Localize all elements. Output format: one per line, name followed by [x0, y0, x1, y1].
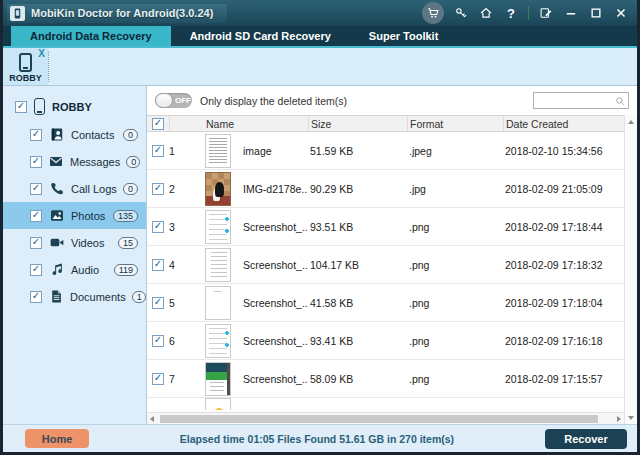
row-checkbox[interactable]: ✓ — [152, 221, 164, 233]
file-size: 58.09 KB — [308, 373, 407, 385]
tab-super-toolkit[interactable]: Super Toolkit — [350, 26, 457, 46]
select-all-checkbox[interactable]: ✓ — [152, 118, 164, 130]
file-date-created: 2018-02-10 15:34:56 — [503, 145, 624, 157]
sidebar-item-call-logs[interactable]: ✓Call Logs0 — [3, 175, 146, 202]
toggle-knob[interactable] — [155, 93, 173, 108]
file-thumbnail — [205, 134, 231, 168]
horizontal-scrollbar[interactable] — [147, 412, 624, 424]
file-date-created: 2018-02-09 17:18:44 — [503, 221, 624, 233]
table-row[interactable]: ✓1image51.59 KB.jpeg2018-02-10 15:34:56 — [147, 132, 624, 170]
column-header-date[interactable]: Date Created — [503, 116, 624, 131]
table-row[interactable]: ✓6Screenshot_...93.41 KB.png2018-02-09 1… — [147, 322, 624, 360]
audio-icon — [48, 262, 65, 277]
sidebar-item-documents[interactable]: ✓Documents1 — [3, 283, 146, 310]
scroll-right-icon[interactable] — [617, 416, 621, 422]
scroll-down-button[interactable] — [625, 411, 637, 424]
count-badge: 119 — [114, 264, 138, 276]
category-checkbox[interactable]: ✓ — [30, 264, 42, 276]
sidebar-item-contacts[interactable]: ✓Contacts0 — [3, 121, 146, 148]
messages-icon — [48, 154, 64, 169]
scroll-left-icon[interactable] — [150, 416, 154, 422]
count-badge: 0 — [123, 129, 138, 141]
row-number: 2 — [169, 183, 193, 195]
device-name: ROBBY — [9, 73, 42, 83]
count-badge: 135 — [113, 210, 138, 222]
sidebar-item-messages[interactable]: ✓Messages0 — [3, 148, 146, 175]
tab-bar: Android Data Recovery Android SD Card Re… — [3, 26, 637, 48]
column-header-name[interactable]: Name — [169, 116, 308, 131]
vertical-scrollbar[interactable] — [624, 115, 637, 424]
table-row-partial[interactable] — [147, 398, 624, 410]
tab-android-sd-card-recovery[interactable]: Android SD Card Recovery — [171, 26, 350, 46]
feedback-icon[interactable] — [538, 5, 554, 21]
help-icon[interactable]: ? — [503, 5, 519, 21]
filter-toolbar: OFF Only display the deleted item(s) — [147, 86, 637, 115]
file-size: 51.59 KB — [308, 145, 407, 157]
column-header-format[interactable]: Format — [407, 116, 503, 131]
key-icon[interactable] — [453, 5, 469, 21]
scroll-up-icon — [628, 120, 634, 124]
search-box[interactable] — [533, 92, 629, 109]
row-checkbox[interactable]: ✓ — [152, 335, 164, 347]
category-checkbox[interactable]: ✓ — [30, 156, 42, 168]
count-badge: 0 — [123, 183, 138, 195]
file-name: Screenshot_... — [243, 335, 308, 347]
search-input[interactable] — [536, 95, 614, 106]
tab-android-data-recovery[interactable]: Android Data Recovery — [11, 26, 171, 46]
device-checkbox[interactable]: ✓ — [15, 101, 27, 113]
row-checkbox[interactable]: ✓ — [152, 297, 164, 309]
sidebar-item-label: Videos — [71, 237, 104, 249]
file-name: Screenshot_... — [243, 297, 308, 309]
row-number: 4 — [169, 259, 193, 271]
sidebar-item-photos[interactable]: ✓Photos135 — [3, 202, 146, 229]
deleted-only-toggle[interactable]: OFF — [155, 93, 192, 108]
file-thumbnail — [205, 362, 231, 396]
sidebar-item-videos[interactable]: ✓Videos15 — [3, 229, 146, 256]
maximize-icon[interactable] — [588, 5, 604, 21]
column-header-size[interactable]: Size — [308, 116, 407, 131]
title-chip: MobiKin Doctor for Android(3.0.24) — [7, 4, 227, 23]
horizontal-scroll-thumb[interactable] — [160, 415, 598, 423]
category-checkbox[interactable]: ✓ — [30, 291, 42, 303]
titlebar-icons: ? — [422, 2, 629, 24]
device-card[interactable]: X ROBBY — [3, 48, 48, 85]
row-checkbox[interactable]: ✓ — [152, 259, 164, 271]
scroll-up-button[interactable] — [625, 115, 637, 128]
category-checkbox[interactable]: ✓ — [30, 210, 42, 222]
table-row[interactable]: ✓7Screenshot_...58.09 KB.png2018-02-09 1… — [147, 360, 624, 398]
file-date-created: 2018-02-09 17:18:32 — [503, 259, 624, 271]
row-checkbox[interactable]: ✓ — [152, 373, 164, 385]
row-checkbox[interactable]: ✓ — [152, 183, 164, 195]
toggle-description: Only display the deleted item(s) — [200, 95, 347, 107]
toggle-state-label: OFF — [173, 96, 191, 105]
device-close-icon[interactable]: X — [38, 48, 45, 59]
category-checkbox[interactable]: ✓ — [30, 237, 42, 249]
close-icon[interactable] — [613, 5, 629, 21]
file-name: Screenshot_... — [243, 221, 308, 233]
home-icon[interactable] — [478, 5, 494, 21]
titlebar-separator — [528, 6, 529, 20]
file-thumbnail — [205, 398, 231, 410]
documents-icon — [48, 289, 64, 304]
sidebar-device-root[interactable]: ✓ ROBBY — [3, 95, 146, 121]
table-row[interactable]: ✓3Screenshot_...93.51 KB.png2018-02-09 1… — [147, 208, 624, 246]
sidebar-item-audio[interactable]: ✓Audio119 — [3, 256, 146, 283]
sidebar-item-label: Contacts — [71, 129, 114, 141]
category-checkbox[interactable]: ✓ — [30, 183, 42, 195]
table-row[interactable]: ✓4Screenshot_...104.17 KB.png2018-02-09 … — [147, 246, 624, 284]
file-size: 93.41 KB — [308, 335, 407, 347]
sidebar-item-label: Documents — [70, 291, 126, 303]
file-format: .jpg — [407, 183, 503, 195]
table-row[interactable]: ✓2IMG-d2178e...90.29 KB.jpg2018-02-09 21… — [147, 170, 624, 208]
category-checkbox[interactable]: ✓ — [30, 129, 42, 141]
home-button[interactable]: Home — [25, 429, 89, 448]
minimize-icon[interactable] — [563, 5, 579, 21]
recover-button[interactable]: Recover — [545, 429, 627, 449]
file-format: .png — [407, 373, 503, 385]
file-date-created: 2018-02-09 17:18:04 — [503, 297, 624, 309]
call-logs-icon — [48, 181, 65, 196]
row-checkbox[interactable]: ✓ — [152, 145, 164, 157]
cart-icon[interactable] — [422, 2, 444, 24]
table-row[interactable]: ✓5Screenshot_...41.58 KB.png2018-02-09 1… — [147, 284, 624, 322]
row-number: 5 — [169, 297, 193, 309]
